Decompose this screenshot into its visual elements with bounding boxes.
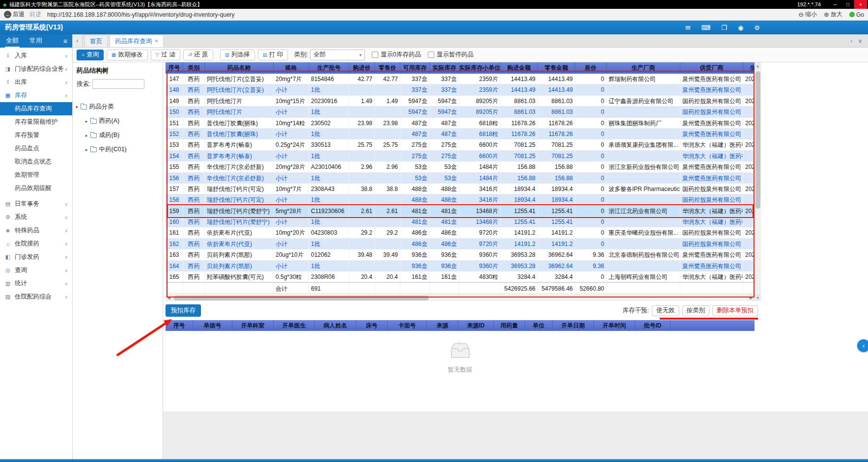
column-header-来源[interactable]: 来源 — [427, 320, 458, 331]
sidebar-item-出库[interactable]: ⇧出库∨ — [0, 76, 72, 89]
column-header-生产厂商[interactable]: 生产厂商 — [607, 62, 680, 73]
tree-root-node[interactable]: ▾ 药品分类 — [73, 100, 163, 114]
inventory-row-158[interactable]: 158西药瑞舒伐他汀钙片(可定)小计1批488盒488盒3416片18934.4… — [166, 194, 755, 205]
inventory-row-163[interactable]: 163西药贝前列素片(凯那)20ug*10片01206239.4839.4993… — [166, 249, 755, 260]
column-header-可用库存[interactable]: 可用库存 — [400, 62, 430, 73]
category-select[interactable]: 全部 ▾ — [310, 50, 365, 60]
inventory-row-159[interactable]: 159西药瑞舒伐他汀钙片(爱舒宁)5mg*28片C1192306062.612.… — [166, 206, 755, 217]
tree-node-中药(C01)[interactable]: ▸中药(C01) — [73, 142, 163, 157]
sidebar-item-门诊发药[interactable]: ◧门诊发药∨ — [0, 250, 72, 264]
search-input[interactable] — [92, 79, 144, 89]
inventory-row-164[interactable]: 164西药贝前列素片(凯那)小计1批936盒936盒9360片36953.283… — [166, 261, 755, 272]
withhold-stock-button[interactable]: 预扣库存 — [166, 304, 201, 317]
scroll-down-icon[interactable]: ▼ — [755, 294, 761, 301]
inventory-row-165[interactable]: 165西药羟苯磺酸钙胶囊(可元)0.5g*30粒2308R0620.420.41… — [166, 272, 755, 282]
vertical-scrollbar[interactable]: ▲ ▼ — [755, 62, 761, 301]
column-header-卡面号[interactable]: 卡面号 — [388, 320, 427, 331]
monitor-icon[interactable]: ◉ — [738, 24, 743, 31]
column-header-类别[interactable]: 类别 — [183, 62, 205, 73]
column-header-生[interactable]: 生 — [743, 62, 755, 73]
column-header-规格[interactable]: 规格 — [274, 62, 309, 73]
expiry-edit-button[interactable]: ▦效期修改 — [107, 50, 147, 60]
column-header-供货厂商[interactable]: 供货厂商 — [680, 62, 743, 73]
collapse-panel-button[interactable]: ‹ — [857, 339, 868, 352]
horizontal-scrollbar[interactable]: ◀ ▶ — [166, 295, 755, 301]
column-header-零售价[interactable]: 零售价 — [375, 62, 400, 73]
zoom-in-button[interactable]: ⊕放大 — [824, 10, 842, 19]
minimize-button[interactable]: ─ — [829, 0, 841, 9]
show-paused-drug-checkbox[interactable]: 显示暂停药品 — [428, 51, 474, 59]
column-header-序号[interactable]: 序号 — [166, 62, 183, 73]
inventory-row-148[interactable]: 148西药阿托伐他汀片(立普妥)小计1批337盒337盒2359片14413.4… — [166, 84, 755, 95]
scroll-right-icon[interactable]: ▶ — [748, 295, 755, 301]
sidebar-item-住院配药综合[interactable]: ▨住院配药综合∨ — [0, 290, 72, 303]
sidebar-item-统计[interactable]: ▥统计∨ — [0, 277, 72, 290]
message-icon[interactable]: ✉ — [685, 24, 691, 31]
back-button[interactable]: ← 后退 — [4, 10, 25, 19]
inventory-row-149[interactable]: 149西药阿托伐他汀片10mg*15片202309161.491.495947盒… — [166, 96, 755, 107]
sidebar-tab-全部[interactable]: 全部 — [5, 35, 20, 48]
sidebar-item-系统[interactable]: ⚙系统∨ — [0, 211, 72, 224]
scroll-up-icon[interactable]: ▲ — [755, 62, 761, 69]
maximize-button[interactable]: □ — [841, 0, 854, 9]
column-header-药品名称[interactable]: 药品名称 — [205, 62, 274, 73]
layout-icon[interactable]: ❐ — [721, 24, 727, 31]
close-button[interactable]: × — [854, 0, 867, 9]
column-header-零售金额[interactable]: 零售金额 — [538, 62, 575, 73]
vertical-scroll-thumb[interactable] — [756, 71, 760, 209]
column-header-开单医生[interactable]: 开单医生 — [274, 320, 315, 331]
sidebar-tab-常用[interactable]: 常用 — [28, 35, 43, 48]
sidebar-subitem-药品盘点[interactable]: 药品盘点 — [0, 142, 72, 155]
sidebar-item-日常事务[interactable]: ▤日常事务∨ — [0, 197, 72, 211]
inventory-row-150[interactable]: 150西药阿托伐他汀片小计1批5947盒5947盒89205片8861.0388… — [166, 107, 755, 117]
inventory-row-156[interactable]: 156西药辛伐他汀片(京必舒新)小计1批53盒53盒1484片156.88156… — [166, 173, 755, 184]
column-header-序号[interactable]: 序号 — [166, 320, 193, 331]
inventory-row-162[interactable]: 162西药依折麦布片(代亚)小计1批486盒486盒9720片14191.214… — [166, 239, 755, 249]
invalidate-button[interactable]: 使无效 — [652, 305, 679, 316]
sidebar-item-特殊药品[interactable]: ◈特殊药品∨ — [0, 224, 72, 237]
inventory-row-151[interactable]: 151西药普伐他汀胶囊(丽珠)10mg*14粒23050223.9823.984… — [166, 118, 755, 129]
horizontal-scroll-thumb[interactable] — [173, 296, 429, 300]
tree-node-成药(B)[interactable]: ▸成药(B) — [73, 128, 163, 142]
url-text[interactable]: http://192.168.189.187:8000/his-yf/app/#… — [47, 11, 798, 18]
column-header-实际库存[interactable]: 实际库存 — [430, 62, 459, 73]
tab-scroll-right-icon[interactable]: › — [850, 38, 852, 44]
column-header-单据号[interactable]: 单据号 — [193, 320, 232, 331]
go-button[interactable]: Go — [849, 11, 864, 18]
sidebar-item-库存[interactable]: ▦库存∧ — [0, 89, 72, 102]
query-button[interactable]: ○查询 — [77, 50, 104, 60]
scroll-left-icon[interactable]: ◀ — [166, 295, 172, 301]
forward-button[interactable]: 前进 — [29, 10, 41, 19]
sidebar-item-入库[interactable]: ⇩入库∨ — [0, 49, 72, 62]
restore-button[interactable]: ↺还 原 — [183, 50, 213, 60]
delete-withhold-button[interactable]: 删除本单预扣 — [712, 305, 758, 316]
sidebar-item-门诊配药综合业务[interactable]: ◨门诊配药综合业务∨ — [0, 62, 72, 76]
sidebar-item-住院摆药[interactable]: ⌂住院摆药∨ — [0, 237, 72, 250]
column-header-病人姓名[interactable]: 病人姓名 — [315, 320, 356, 331]
inventory-row-154[interactable]: 154西药普罗布考片(畅泰)小计1批275盒275盒6600片7081.2570… — [166, 151, 755, 162]
inventory-row-157[interactable]: 157西药瑞舒伐他汀钙片(可定)10mg*7片2308A4338.838.848… — [166, 184, 755, 194]
print-button[interactable]: ▤打 印 — [258, 50, 288, 60]
sidebar-subitem-效期管理[interactable]: 效期管理 — [0, 168, 72, 182]
tab-药品库存查询[interactable]: 药品库存查询× — [110, 35, 164, 47]
inventory-row-152[interactable]: 152西药普伐他汀胶囊(丽珠)小计1批487盒487盒6818粒11678.26… — [166, 129, 755, 139]
column-header-开单时间[interactable]: 开单时间 — [594, 320, 635, 331]
tab-首页[interactable]: 首页 — [84, 35, 108, 47]
sidebar-item-查询[interactable]: ◎查询∨ — [0, 264, 72, 277]
column-header-床号[interactable]: 床号 — [356, 320, 388, 331]
column-header-购进价[interactable]: 购进价 — [349, 62, 375, 73]
sidebar-subitem-取消盘点状态[interactable]: 取消盘点状态 — [0, 155, 72, 168]
zoom-out-button[interactable]: ⊖缩小 — [798, 10, 817, 19]
column-header-差价[interactable]: 差价 — [575, 62, 607, 73]
column-header-批号ID[interactable]: 批号ID — [635, 320, 671, 331]
inventory-row-153[interactable]: 153西药普罗布考片(畅泰)0.25g*24片33051325.7525.752… — [166, 139, 755, 150]
column-header-生产批号[interactable]: 生产批号 — [309, 62, 349, 73]
gear-icon[interactable]: ⚙ — [754, 24, 760, 31]
by-category-button[interactable]: 按类别 — [682, 305, 710, 316]
tree-node-西药(A)[interactable]: ▸西药(A) — [73, 114, 163, 128]
show-zero-stock-checkbox[interactable]: 显示0库存药品 — [372, 51, 421, 59]
sidebar-subitem-库存量限额维护[interactable]: 库存量限额维护 — [0, 115, 72, 129]
column-header-实际库存小单位[interactable]: 实际库存小单位 — [459, 62, 501, 73]
column-header-用药量[interactable]: 用药量 — [494, 320, 525, 331]
tab-close-icon[interactable]: × — [155, 38, 158, 45]
